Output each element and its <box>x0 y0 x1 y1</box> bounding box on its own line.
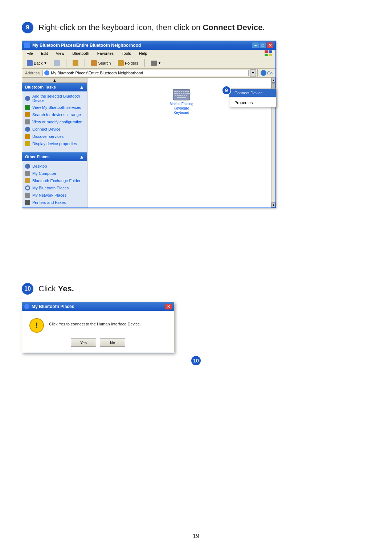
toolbar-separator3 <box>144 59 145 67</box>
toolbar-separator2 <box>85 59 85 67</box>
dialog-title-text: My Bluetooth Places <box>32 304 74 309</box>
svg-rect-3 <box>269 54 272 56</box>
menu-bar: File Edit View Bluetooth Favorites Tools… <box>22 50 275 58</box>
context-menu: Connect Device Properties <box>229 89 276 107</box>
dialog-message-row: ! Click Yes to connect to the Human Inte… <box>29 318 167 333</box>
context-menu-connect[interactable]: Connect Device <box>229 89 276 97</box>
dialog-close-button[interactable]: ✕ <box>165 304 172 309</box>
config-icon <box>25 119 30 124</box>
menu-tools[interactable]: Tools <box>120 50 132 57</box>
titlebar-buttons[interactable]: – □ ✕ <box>252 42 273 48</box>
sidebar-item-config[interactable]: View or modify configuration <box>22 118 87 126</box>
sidebar-item-my-network[interactable]: My Network Places <box>22 192 87 199</box>
svg-rect-22 <box>181 95 183 96</box>
yes-button[interactable]: Yes <box>71 338 96 347</box>
context-menu-properties[interactable]: Properties <box>229 99 276 107</box>
dialog-buttons: Yes No <box>71 338 125 347</box>
sidebar-item-my-bt-places[interactable]: My Bluetooth Places <box>22 184 87 192</box>
step9-badge: 9 <box>22 22 33 33</box>
no-button[interactable]: No <box>100 338 125 347</box>
svg-rect-9 <box>183 91 184 92</box>
toolbar-separator <box>66 59 66 67</box>
svg-rect-14 <box>179 93 180 94</box>
sidebar-item-bt-exchange[interactable]: Bluetooth Exchange Folder <box>22 177 87 184</box>
menu-help[interactable]: Help <box>138 50 149 57</box>
step10-header: 10 Click Yes. <box>22 283 370 295</box>
address-bar: Address My Bluetooth Places\Entire Bluet… <box>22 69 275 78</box>
menu-bluetooth[interactable]: Bluetooth <box>71 50 90 57</box>
bt-exchange-icon <box>25 178 30 183</box>
close-button[interactable]: ✕ <box>267 42 273 48</box>
back-button[interactable]: Back ▼ <box>24 59 49 67</box>
svg-rect-12 <box>174 93 176 94</box>
address-field[interactable]: My Bluetooth Places\Entire Bluetooth Nei… <box>42 70 249 76</box>
menu-view[interactable]: View <box>54 50 66 57</box>
svg-rect-21 <box>179 95 181 96</box>
scroll-down-btn[interactable]: ▼ <box>271 202 275 208</box>
places-items: Desktop My Computer Bluetooth Exchange F… <box>22 161 87 208</box>
sidebar: ▲ Bluetooth Tasks ▲ Add the selected Blu… <box>22 78 87 208</box>
go-icon <box>261 70 266 76</box>
svg-rect-25 <box>177 97 186 98</box>
maximize-button[interactable]: □ <box>260 42 266 48</box>
window-content: ▲ Bluetooth Tasks ▲ Add the selected Blu… <box>22 78 275 208</box>
window-title: My Bluetooth Places\Entire Bluetooth Nei… <box>32 43 141 48</box>
svg-rect-15 <box>181 93 182 94</box>
svg-rect-8 <box>181 91 182 92</box>
step9-header: 9 Right-click on the keyboard icon, then… <box>22 22 370 33</box>
sidebar-item-mycomputer[interactable]: My Computer <box>22 170 87 177</box>
views-button[interactable]: ▼ <box>148 59 164 67</box>
svg-rect-16 <box>183 93 184 94</box>
display-props-icon <box>25 141 30 146</box>
views-dropdown-icon: ▼ <box>158 61 161 65</box>
bluetooth-tasks-section: Bluetooth Tasks ▲ Add the selected Bluet… <box>22 83 87 149</box>
sidebar-scroll-up[interactable]: ▲ <box>22 78 87 83</box>
svg-rect-17 <box>185 93 187 94</box>
search-icon <box>91 60 97 66</box>
main-area: Matias Folding Keyboard Keyboard 9 Conne… <box>87 78 275 208</box>
address-dropdown[interactable]: ▼ <box>250 69 256 77</box>
desktop-icon <box>25 164 30 169</box>
views-icon <box>151 61 157 66</box>
collapse-places-btn[interactable]: ▲ <box>79 154 84 160</box>
sidebar-item-display-props[interactable]: Display device properties <box>22 140 87 147</box>
sidebar-item-desktop[interactable]: Desktop <box>22 163 87 170</box>
back-icon <box>27 60 33 66</box>
menu-favorites[interactable]: Favorites <box>96 50 115 57</box>
dialog-content: ! Click Yes to connect to the Human Inte… <box>22 311 174 353</box>
sidebar-item-connect[interactable]: Connect Device <box>22 126 87 133</box>
folders-button[interactable]: Folders <box>115 59 141 67</box>
view-services-icon <box>25 105 30 110</box>
menu-file[interactable]: File <box>25 50 34 57</box>
sidebar-item-add[interactable]: Add the selected BluetoothDevice <box>22 93 87 104</box>
svg-rect-20 <box>177 95 179 96</box>
svg-rect-11 <box>187 91 189 92</box>
step9-inner-badge: 9 <box>222 86 231 95</box>
minimize-button[interactable]: – <box>252 42 259 48</box>
scroll-up-btn[interactable]: ▲ <box>271 78 275 83</box>
sidebar-item-search[interactable]: Search for devices in range <box>22 111 87 118</box>
dialog-title-icon <box>24 304 29 309</box>
svg-rect-10 <box>185 91 187 92</box>
address-go-button[interactable]: Go <box>259 70 274 76</box>
sidebar-item-discover[interactable]: Discover services <box>22 133 87 140</box>
svg-rect-24 <box>186 95 187 96</box>
svg-rect-7 <box>179 91 180 92</box>
dialog-titlebar: My Bluetooth Places ✕ <box>22 302 174 311</box>
collapse-tasks-btn[interactable]: ▲ <box>79 84 84 90</box>
page-number: 19 <box>193 533 199 539</box>
sidebar-item-printers[interactable]: Printers and Faxes <box>22 199 87 206</box>
folder-up-button[interactable] <box>70 59 81 67</box>
window-titlebar: My Bluetooth Places\Entire Bluetooth Nei… <box>22 41 275 50</box>
sidebar-item-view-services[interactable]: View My Bluetooth services <box>22 104 87 111</box>
search-button[interactable]: Search <box>89 59 113 67</box>
keyboard-device-icon <box>172 89 191 101</box>
printers-icon <box>25 200 30 205</box>
forward-button[interactable] <box>52 59 62 67</box>
address-bt-icon <box>44 70 49 75</box>
menu-edit[interactable]: Edit <box>40 50 49 57</box>
search-devices-icon <box>25 112 30 117</box>
svg-rect-2 <box>265 54 268 56</box>
dialog-titlebar-left: My Bluetooth Places <box>24 304 74 309</box>
windows-flag-icon <box>265 50 273 56</box>
